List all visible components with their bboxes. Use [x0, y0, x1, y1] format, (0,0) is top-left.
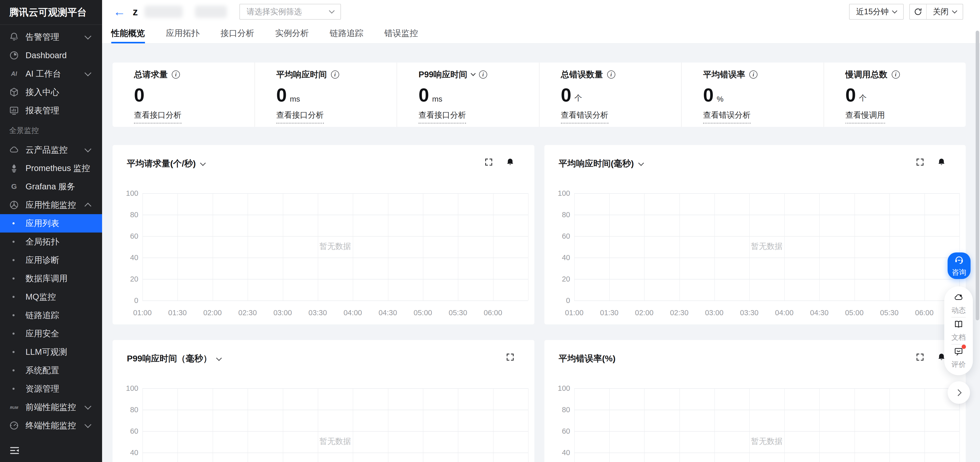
sidebar-item-global-topology[interactable]: 全局拓扑 [0, 233, 102, 251]
cube-icon [9, 87, 19, 97]
grid-line-vertical [644, 388, 645, 462]
bullet-icon [13, 370, 14, 371]
chevron-down-icon[interactable] [638, 160, 644, 166]
sidebar-item-resource-management[interactable]: 资源管理 [0, 379, 102, 398]
chevron-down-icon[interactable] [200, 160, 206, 166]
sidebar-item-label: 全局拓扑 [25, 236, 59, 248]
sidebar-section-label: 全景监控 [0, 121, 102, 141]
sidebar-item-terminal-performance[interactable]: 终端性能监控 [0, 416, 102, 435]
chevron-down-icon[interactable] [471, 71, 476, 76]
scrollbar-thumb[interactable] [976, 30, 979, 320]
chevron-down-icon [84, 145, 91, 152]
y-axis-tick-label: 0 [566, 296, 570, 305]
docs-button[interactable]: 文档 [951, 320, 966, 342]
grid-line-horizontal [574, 431, 959, 432]
sidebar-item-app-diagnosis[interactable]: 应用诊断 [0, 251, 102, 269]
instance-filter-select[interactable]: 请选择实例筛选 [239, 4, 341, 20]
metric-link[interactable]: 查看慢调用 [845, 110, 885, 124]
info-icon[interactable]: i [607, 70, 615, 79]
report-icon [9, 105, 19, 116]
bullet-icon [13, 314, 14, 316]
time-range-button[interactable]: 近15分钟 [849, 4, 904, 20]
metric-link[interactable]: 查看接口分析 [277, 110, 324, 124]
metric-label-text: 总请求量 [134, 69, 168, 80]
collapse-sidebar-button[interactable] [9, 444, 21, 456]
sidebar-item-ai-workbench[interactable]: AIAI 工作台 [0, 65, 102, 83]
metric-label: 慢调用总数i [845, 69, 966, 80]
chart-plot: 01:0001:3002:0002:3003:0003:3004:0004:30… [574, 193, 959, 300]
sidebar-item-rum[interactable]: RUM前端性能监控 [0, 398, 102, 416]
grid-line-vertical [574, 193, 575, 300]
collapse-helpers-button[interactable] [948, 381, 970, 404]
sidebar-item-grafana-service[interactable]: GGrafana 服务 [0, 177, 102, 196]
divider [951, 317, 966, 317]
metric-link[interactable]: 查看接口分析 [418, 110, 466, 124]
x-axis-tick-label: 04:30 [810, 309, 829, 317]
bullet-icon [13, 333, 14, 335]
refresh-button[interactable] [910, 4, 927, 19]
grid-line-horizontal [142, 236, 528, 237]
tab-trace[interactable]: 链路追踪 [330, 24, 363, 43]
sidebar-item-alert-management[interactable]: 告警管理 [0, 28, 102, 46]
info-icon[interactable]: i [892, 70, 900, 79]
tab-performance-overview[interactable]: 性能概览 [111, 24, 145, 43]
grid-line-horizontal [574, 279, 959, 279]
x-axis-tick-label: 04:00 [344, 309, 362, 317]
info-icon[interactable]: i [172, 70, 180, 79]
expand-icon[interactable] [916, 353, 924, 362]
metric-label: P99响应时间i [418, 69, 539, 80]
back-arrow-icon[interactable]: ← [113, 6, 126, 18]
sidebar-item-report-management[interactable]: 报表管理 [0, 101, 102, 120]
sidebar-item-access-center[interactable]: 接入中心 [0, 83, 102, 101]
y-axis-tick-label: 60 [562, 232, 570, 241]
sidebar-item-apm[interactable]: 应用性能监控 [0, 196, 102, 214]
info-icon[interactable]: i [331, 70, 339, 79]
feedback-button[interactable]: 评价 [951, 347, 966, 370]
grid-line-horizontal [142, 388, 528, 389]
y-axis-tick-label: 100 [558, 384, 570, 393]
sidebar-item-mq-monitor[interactable]: MQ监控 [0, 288, 102, 306]
info-icon[interactable]: i [479, 70, 487, 79]
tab-instance-analysis[interactable]: 实例分析 [275, 24, 309, 43]
grid-line-vertical [493, 388, 493, 462]
sidebar-item-cloud-product-monitor[interactable]: 云产品监控 [0, 141, 102, 159]
alarm-bell-icon[interactable] [937, 158, 946, 167]
tab-error-monitor[interactable]: 错误监控 [384, 24, 418, 43]
sidebar-item-llm-observability[interactable]: LLM可观测 [0, 343, 102, 361]
chevron-down-icon[interactable] [216, 355, 222, 361]
expand-icon[interactable] [484, 158, 493, 167]
grid-line-vertical [248, 388, 248, 462]
close-button[interactable]: 关闭 [927, 4, 963, 19]
metric-link[interactable]: 查看错误分析 [703, 110, 751, 124]
tab-interface-analysis[interactable]: 接口分析 [221, 24, 254, 43]
consult-button[interactable]: 咨询 [948, 252, 970, 279]
sidebar-item-app-security[interactable]: 应用安全 [0, 324, 102, 343]
expand-icon[interactable] [506, 353, 514, 362]
alarm-bell-icon[interactable] [506, 158, 514, 167]
grid-line-horizontal [574, 215, 959, 215]
metric-link[interactable]: 查看接口分析 [134, 110, 181, 124]
feed-button[interactable]: 动态 [951, 293, 966, 315]
chart-actions [506, 353, 514, 362]
grid-line-horizontal [142, 258, 528, 258]
grid-line-vertical [574, 388, 575, 462]
metric-value: 0个 [561, 86, 681, 105]
sidebar-item-app-list[interactable]: 应用列表 [0, 214, 102, 233]
metric-value: 0个 [845, 86, 966, 105]
sidebar-item-dashboard[interactable]: Dashboard [0, 46, 102, 65]
sidebar-item-system-config[interactable]: 系统配置 [0, 361, 102, 379]
sidebar-item-prometheus-monitor[interactable]: Prometheus 监控 [0, 159, 102, 177]
tab-app-topology[interactable]: 应用拓扑 [166, 24, 200, 43]
header-actions: 近15分钟 关闭 [849, 4, 963, 20]
info-icon[interactable]: i [749, 70, 757, 79]
platform-logo: 腾讯云可观测平台 [0, 0, 102, 25]
expand-icon[interactable] [916, 158, 924, 167]
grid-line-vertical [177, 193, 178, 300]
sidebar-item-database-calls[interactable]: 数据库调用 [0, 269, 102, 288]
sidebar-item-trace[interactable]: 链路追踪 [0, 306, 102, 324]
helper-pill: 动态 文档 评价 [944, 287, 973, 375]
cloud-icon [9, 145, 19, 155]
tab-label: 接口分析 [221, 27, 254, 39]
grid-line-vertical [749, 193, 750, 300]
metric-link[interactable]: 查看错误分析 [561, 110, 608, 124]
